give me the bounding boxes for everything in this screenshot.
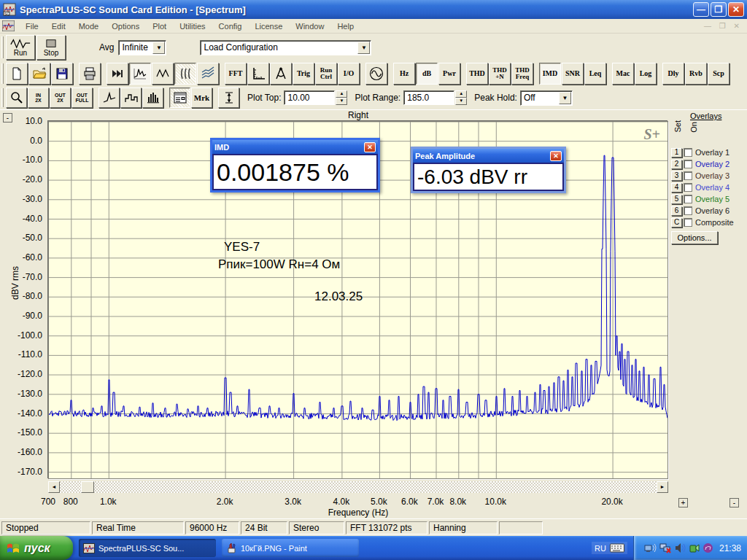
peak-hold-select[interactable]: Off▼ [520,90,573,106]
run-button[interactable]: Run [6,35,35,60]
zoom-minus-box[interactable]: - [729,498,739,508]
scroll-thumb[interactable] [81,481,94,493]
macro-button[interactable]: Mac [612,63,634,85]
overlay-on-checkbox-1[interactable] [684,148,692,157]
delay-button[interactable]: Dly [662,63,684,85]
dropdown-arrow-icon[interactable]: ▼ [357,42,370,54]
stop-button[interactable]: Stop [36,35,66,60]
avg-select[interactable]: Infinite▼ [118,40,166,55]
io-device-button[interactable]: I/O [338,63,360,85]
imd-window-titlebar[interactable]: IMD ✕ [212,140,378,154]
plot-style-step-button[interactable] [120,88,142,108]
menu-file[interactable]: File [19,20,45,32]
peak-close-icon[interactable]: ✕ [550,151,562,161]
network-activity-icon[interactable] [644,542,657,553]
menu-help[interactable]: Help [330,20,360,32]
language-indicator[interactable]: RU [592,542,627,554]
fast-forward-button[interactable] [107,63,128,85]
save-file-button[interactable] [51,63,73,85]
plot-options-button[interactable] [169,88,190,108]
scaling-button[interactable] [247,63,269,85]
dropdown-arrow-icon[interactable]: ▼ [559,92,571,104]
scroll-left-arrow[interactable]: ◄ [48,481,60,493]
plot-style-bars-button[interactable] [142,88,163,108]
peak-amplitude-window[interactable]: Peak Amplitude ✕ -6.03 dBV rr [411,147,566,193]
leq-button[interactable]: Leq [584,63,606,85]
overlay-set-button-C[interactable]: C [671,218,682,228]
start-button[interactable]: пуск [0,536,73,560]
reverb-button[interactable]: Rvb [685,63,707,85]
thd-n-button[interactable]: THD+N [489,63,511,85]
overlay-on-checkbox-2[interactable] [684,160,692,168]
horizontal-scrollbar[interactable]: ◄ ► [48,481,668,493]
zoom-tool-button[interactable] [6,88,27,108]
device-icon[interactable] [689,542,700,553]
thd-button[interactable]: THD [466,63,488,85]
taskbar-task-0[interactable]: SpectraPLUS-SC Sou... [79,539,216,557]
overlay-set-button-4[interactable]: 4 [671,183,682,192]
menu-edit[interactable]: Edit [45,20,72,32]
zoom-plus-box[interactable]: + [678,498,688,508]
plot-top-spinner[interactable]: ▲▼ [336,90,347,105]
overlay-on-checkbox-3[interactable] [684,171,692,180]
logging-button[interactable]: Log [635,63,657,85]
menu-mode[interactable]: Mode [72,20,106,32]
dropdown-arrow-icon[interactable]: ▼ [152,42,165,54]
open-file-button[interactable] [28,63,50,85]
menu-window[interactable]: Window [289,20,330,32]
plot-range-input[interactable]: 185.0 [403,90,454,105]
waveform-view-button[interactable] [152,63,174,85]
menu-options[interactable]: Options [105,20,146,32]
zoom-out-full-button[interactable]: OUTFULL [71,88,93,108]
units-db-button[interactable]: dB [416,63,438,85]
signal-generator-button[interactable] [365,63,387,85]
calibration-button[interactable] [270,63,292,85]
overlay-set-button-1[interactable]: 1 [671,148,682,158]
units-hz-button[interactable]: Hz [393,63,415,85]
new-file-button[interactable] [6,63,28,85]
thd-freq-button[interactable]: THDFreq [511,63,533,85]
overlay-options-button[interactable]: Options... [671,231,718,244]
markers-button[interactable]: Mrk [191,88,212,108]
spectrogram-view-button[interactable] [174,63,196,85]
zoom-out-2x-button[interactable]: OUT2X [50,88,71,108]
overlay-on-checkbox-5[interactable] [684,195,692,203]
overlay-set-button-2[interactable]: 2 [671,160,682,169]
taskbar-task-1[interactable]: 10кГй.PNG - Paint [222,539,359,557]
trigger-button[interactable]: Trig [293,63,314,85]
menu-config[interactable]: Config [212,20,249,32]
fft-settings-button[interactable]: FFT [225,63,247,85]
menu-plot[interactable]: Plot [146,20,173,32]
overlay-set-button-6[interactable]: 6 [671,206,682,216]
update-icon[interactable] [703,542,713,553]
snr-button[interactable]: SNR [562,63,584,85]
plot-style-line-button[interactable] [98,88,120,108]
units-pwr-button[interactable]: Pwr [438,63,460,85]
menu-license[interactable]: License [248,20,289,32]
minimize-button[interactable]: — [693,2,709,17]
overlay-set-button-3[interactable]: 3 [671,171,682,181]
menu-utilities[interactable]: Utilities [173,20,212,32]
load-configuration-select[interactable]: Load Configuration▼ [200,40,371,55]
close-button[interactable]: ✕ [728,2,744,17]
print-button[interactable] [79,63,101,85]
overlay-on-checkbox-4[interactable] [684,183,692,192]
overlay-set-button-5[interactable]: 5 [671,195,682,204]
plot-top-input[interactable]: 10.00 [284,90,335,105]
scope-button[interactable]: Scp [708,63,729,85]
plot-range-spinner[interactable]: ▲▼ [455,90,467,105]
run-control-button[interactable]: RunCtrl [315,63,337,85]
peak-window-titlebar[interactable]: Peak Amplitude ✕ [413,149,564,163]
zoom-in-2x-button[interactable]: IN2X [28,88,49,108]
overlay-on-checkbox-6[interactable] [684,206,692,215]
scroll-right-arrow[interactable]: ► [657,481,668,493]
imd-button[interactable]: IMD [539,63,561,85]
vertical-range-button[interactable] [218,88,239,108]
surface-view-button[interactable] [197,63,219,85]
volume-icon[interactable] [675,542,686,553]
imd-close-icon[interactable]: ✕ [364,142,376,152]
overlay-on-checkbox-C[interactable] [684,218,692,227]
network-disconnected-icon[interactable] [659,542,672,553]
spectrum-view-button[interactable] [129,63,151,85]
imd-window[interactable]: IMD ✕ 0.001875 % [210,138,380,192]
